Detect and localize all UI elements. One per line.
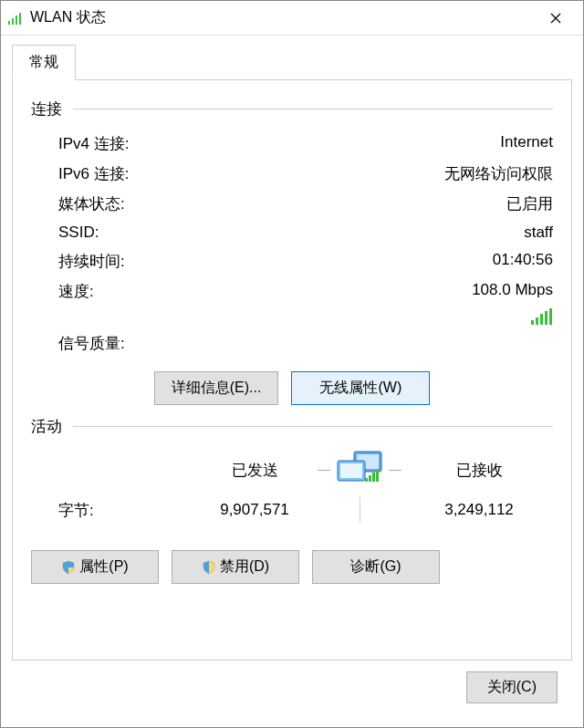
wlan-status-window: WLAN 状态 常规 连接 IPv4 连接: Internet — [0, 0, 584, 728]
section-activity: 活动 — [31, 416, 553, 437]
row-ssid: SSID: staff — [31, 219, 553, 246]
svg-rect-6 — [531, 320, 534, 325]
tab-body: 连接 IPv4 连接: Internet IPv6 连接: 无网络访问权限 媒体… — [12, 79, 572, 660]
ipv4-value: Internet — [500, 133, 553, 154]
svg-rect-14 — [340, 463, 362, 478]
window-title: WLAN 状态 — [30, 8, 536, 27]
signal-strength-icon — [531, 308, 553, 325]
divider — [360, 497, 360, 523]
shield-icon — [61, 560, 76, 575]
shield-icon — [202, 560, 216, 575]
row-ipv6: IPv6 连接: 无网络访问权限 — [31, 159, 553, 189]
details-button[interactable]: 详细信息(E)... — [154, 371, 279, 405]
sent-label: 已发送 — [195, 460, 314, 481]
dialog-footer: 关闭(C) — [12, 660, 572, 716]
disable-button-label: 禁用(D) — [220, 557, 269, 577]
ipv4-label: IPv4 连接: — [58, 133, 500, 154]
svg-rect-10 — [549, 308, 552, 325]
disable-button[interactable]: 禁用(D) — [172, 550, 299, 584]
divider — [389, 470, 402, 471]
duration-value: 01:40:56 — [493, 251, 553, 272]
wifi-signal-icon — [8, 12, 25, 25]
svg-rect-7 — [536, 317, 538, 325]
divider — [73, 426, 553, 427]
diagnose-button[interactable]: 诊断(G) — [312, 550, 440, 584]
row-media: 媒体状态: 已启用 — [31, 189, 553, 219]
dialog-content: 常规 连接 IPv4 连接: Internet IPv6 连接: 无网络访问权限… — [1, 36, 583, 727]
activity-header-row: 已发送 — [31, 446, 553, 494]
svg-rect-2 — [16, 16, 17, 25]
svg-rect-1 — [12, 18, 14, 25]
bytes-label: 字节: — [58, 500, 195, 521]
svg-rect-9 — [545, 311, 548, 325]
row-speed: 速度: 108.0 Mbps — [31, 276, 553, 307]
row-ipv4: IPv4 连接: Internet — [31, 129, 553, 159]
row-duration: 持续时间: 01:40:56 — [31, 246, 553, 276]
properties-button[interactable]: 属性(P) — [31, 550, 159, 584]
ssid-label: SSID: — [58, 224, 524, 242]
media-label: 媒体状态: — [58, 193, 506, 214]
tab-strip: 常规 — [12, 45, 572, 79]
bytes-received-value: 3,249,112 — [405, 501, 553, 519]
activity-bytes-row: 字节: 9,907,571 3,249,112 — [31, 494, 553, 526]
tab-container: 常规 连接 IPv4 连接: Internet IPv6 连接: 无网络访问权限… — [12, 45, 572, 660]
speed-value: 108.0 Mbps — [472, 281, 553, 302]
media-value: 已启用 — [506, 193, 553, 214]
ipv6-value: 无网络访问权限 — [444, 163, 553, 184]
section-connection: 连接 — [31, 99, 553, 120]
duration-label: 持续时间: — [58, 251, 493, 272]
ssid-value: staff — [524, 224, 553, 242]
bytes-sent-value: 9,907,571 — [195, 501, 314, 519]
received-label: 已接收 — [405, 460, 553, 481]
speed-label: 速度: — [58, 281, 472, 302]
activity-block: 已发送 — [31, 446, 553, 526]
properties-button-label: 属性(P) — [79, 557, 128, 577]
tab-general[interactable]: 常规 — [12, 45, 76, 80]
svg-rect-8 — [540, 314, 543, 325]
ipv6-label: IPv6 连接: — [58, 163, 444, 184]
svg-rect-17 — [372, 473, 375, 482]
wireless-properties-button[interactable]: 无线属性(W) — [291, 371, 430, 405]
connection-buttons: 详细信息(E)... 无线属性(W) — [31, 371, 553, 405]
svg-rect-18 — [376, 470, 379, 482]
svg-rect-16 — [369, 475, 371, 482]
window-close-button[interactable] — [536, 5, 576, 32]
divider — [318, 470, 330, 471]
svg-rect-0 — [8, 21, 10, 25]
divider — [73, 109, 553, 109]
network-computers-icon — [334, 450, 385, 490]
svg-rect-15 — [365, 478, 368, 482]
close-icon — [550, 13, 561, 24]
row-signal-icon — [31, 307, 553, 328]
close-button[interactable]: 关闭(C) — [466, 671, 558, 703]
section-activity-label: 活动 — [31, 416, 62, 437]
signal-label: 信号质量: — [58, 333, 553, 354]
svg-rect-3 — [19, 13, 21, 25]
titlebar: WLAN 状态 — [1, 1, 583, 36]
bottom-buttons: 属性(P) 禁用(D) 诊断(G) — [31, 550, 553, 584]
row-signal: 信号质量: — [31, 328, 553, 359]
section-connection-label: 连接 — [31, 99, 62, 120]
